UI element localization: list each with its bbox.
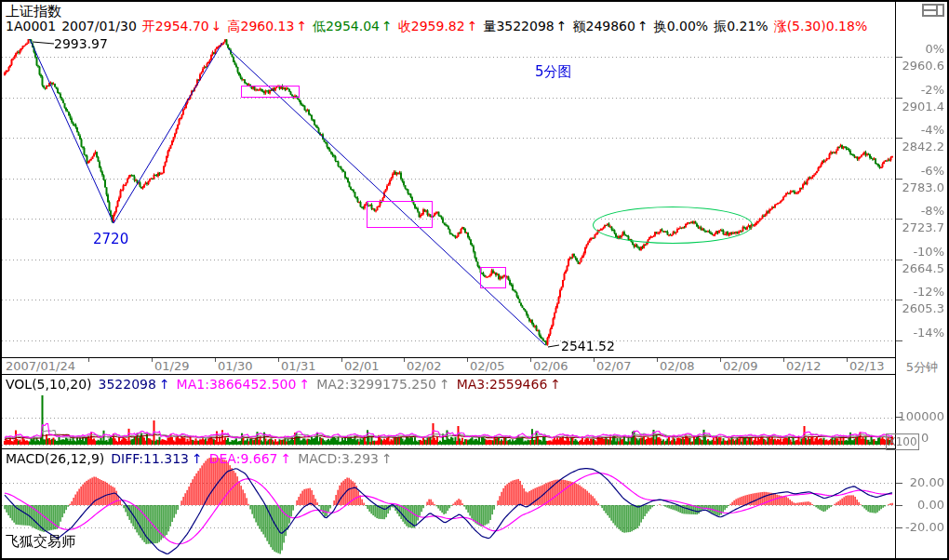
macd-header-field-arrow: ↑ <box>280 451 291 466</box>
y-axis-pct-label: -6% <box>896 165 944 178</box>
x-axis-tick <box>278 358 279 362</box>
volume-header-field: MA2:3299175.250 <box>316 377 436 392</box>
split-pane-icon-divider <box>936 6 938 15</box>
x-axis-tick <box>847 358 848 362</box>
x-axis-label: 02/13 <box>849 360 884 373</box>
annotation-peak-price: 2993.97 <box>54 36 108 51</box>
drawn-rectangle[interactable] <box>367 201 433 228</box>
x-axis-tick <box>404 358 405 362</box>
macd-header: MACD(26,12,9)DIFF:11.313↑DEA:9.667↑MACD:… <box>6 451 399 466</box>
drawn-rectangle[interactable] <box>480 267 506 288</box>
quote-field: 2007/01/30 <box>61 19 137 33</box>
macd-header-field: MACD(26,12,9) <box>6 451 104 466</box>
volume-axis-label: 100000 <box>896 410 944 423</box>
y-axis-pct-label: -10% <box>896 246 944 259</box>
x-axis-label: 01/29 <box>154 360 189 373</box>
macd-header-field: DEA:9.667 <box>209 451 278 466</box>
x-axis-tick <box>88 358 89 362</box>
chart-mode-label: 5分图 <box>535 63 572 81</box>
macd-axis-label: 20.00 <box>896 476 944 489</box>
volume-zero-label: 0 <box>921 431 929 445</box>
macd-header-field-arrow: ↑ <box>192 451 203 466</box>
y-axis-tick <box>896 98 902 99</box>
volume-header-field: MA3:2559466 <box>457 377 548 392</box>
y-axis-price-label: 2901.4 <box>896 100 944 113</box>
y-axis-pct-label: 0% <box>896 43 944 56</box>
volume-header-field-arrow: ↑ <box>159 377 170 392</box>
split-pane-icon[interactable] <box>922 4 944 17</box>
quote-field: 量3522098 <box>483 19 554 35</box>
volume-unit-badge: X100 <box>886 433 919 450</box>
x-axis-label: 02/05 <box>470 360 504 373</box>
period-label: 5分钟 <box>897 359 947 376</box>
split-pane-icon-divider <box>924 9 936 11</box>
quote-field: 开2954.70 <box>142 19 209 35</box>
x-axis-tick <box>341 358 342 362</box>
x-axis-label: 01/30 <box>218 360 252 373</box>
y-axis-price-label: 2960.6 <box>896 60 944 73</box>
volume-header-field-arrow: ↑ <box>439 377 450 392</box>
y-axis-tick <box>896 219 902 220</box>
y-axis-tick <box>896 138 902 139</box>
quote-field-arrow: ↓ <box>211 19 222 33</box>
app-brand-label: 飞狐交易师 <box>6 533 75 551</box>
y-axis-tick <box>896 179 902 180</box>
y-axis-pct-label: -12% <box>896 286 944 299</box>
x-axis-tick <box>152 358 153 362</box>
macd-header-field: DIFF:11.313 <box>111 451 189 466</box>
quote-line: 1A00012007/01/30开2954.70↓高2960.13↑低2954.… <box>6 19 873 35</box>
quote-field-arrow: ↑ <box>296 19 307 33</box>
x-axis-start-label: 2007/01/24 <box>6 360 75 373</box>
quote-field: 换0.00% <box>654 19 708 35</box>
macd-header-field: MACD:3.293 <box>298 451 379 466</box>
y-axis-tick <box>896 260 902 260</box>
x-axis-tick <box>783 358 784 362</box>
y-axis-price-label: 2842.2 <box>896 140 944 153</box>
x-axis-label: 02/01 <box>344 360 379 373</box>
x-axis-label: 02/07 <box>596 360 631 373</box>
app-window: 上证指数 1A00012007/01/30开2954.70↓高2960.13↑低… <box>0 0 949 560</box>
quote-field-arrow: ↑ <box>381 19 393 33</box>
drawn-rectangle[interactable] <box>241 86 300 98</box>
quote-field-arrow: ↑ <box>637 19 648 33</box>
x-axis-label: 02/09 <box>723 360 757 373</box>
quote-field-arrow: ↑ <box>556 19 568 33</box>
volume-header-field: 3522098 <box>99 377 156 392</box>
quote-field: 额249860 <box>572 19 635 35</box>
y-axis-tick <box>896 340 902 341</box>
y-axis-price-label: 2723.7 <box>896 221 944 234</box>
macd-header-field-arrow: ↑ <box>381 451 393 466</box>
volume-header-field: MA1:3866452.500 <box>177 377 297 392</box>
x-axis-label: 02/12 <box>786 360 821 373</box>
y-axis-price-label: 2783.0 <box>896 181 944 194</box>
x-axis-label: 02/02 <box>407 360 441 373</box>
drawn-ellipse[interactable] <box>593 207 753 244</box>
x-axis-tick <box>594 358 595 362</box>
x-axis-label: 01/31 <box>281 360 315 373</box>
x-axis-label: 02/06 <box>533 360 568 373</box>
volume-header-field: VOL(5,10,20) <box>6 377 92 392</box>
x-axis-tick <box>467 358 468 362</box>
volume-header: VOL(5,10,20)3522098↑MA1:3866452.500↑MA2:… <box>6 377 568 392</box>
quote-field: 高2960.13 <box>227 19 294 35</box>
y-axis-price-label: 2664.5 <box>896 262 944 275</box>
x-axis-tick <box>530 358 531 362</box>
quote-field: 收2959.82 <box>398 19 465 35</box>
volume-header-field-arrow: ↑ <box>299 377 310 392</box>
y-axis-pct-label: -4% <box>896 124 944 137</box>
x-axis-tick <box>215 358 216 362</box>
y-axis-tick <box>896 57 902 58</box>
quote-field-arrow: ↑ <box>467 19 478 33</box>
quote-field: 1A0001 <box>6 19 56 33</box>
quote-field: 振0.21% <box>714 19 768 35</box>
macd-axis-label: 0.00 <box>896 499 944 512</box>
quote-field: 涨(5.30)0.18% <box>774 19 868 35</box>
y-axis-pct-label: -8% <box>896 205 944 218</box>
x-axis-row: 2007/01/2401/2901/3001/3102/0102/0202/05… <box>2 357 895 375</box>
y-axis-pct-label: -2% <box>896 84 944 97</box>
macd-axis-label: -20.00 <box>896 521 944 534</box>
main-chart-canvas[interactable] <box>2 37 895 357</box>
y-axis-price-label: 2605.3 <box>896 302 944 315</box>
y-axis-tick <box>896 300 902 300</box>
x-axis-tick <box>657 358 658 362</box>
